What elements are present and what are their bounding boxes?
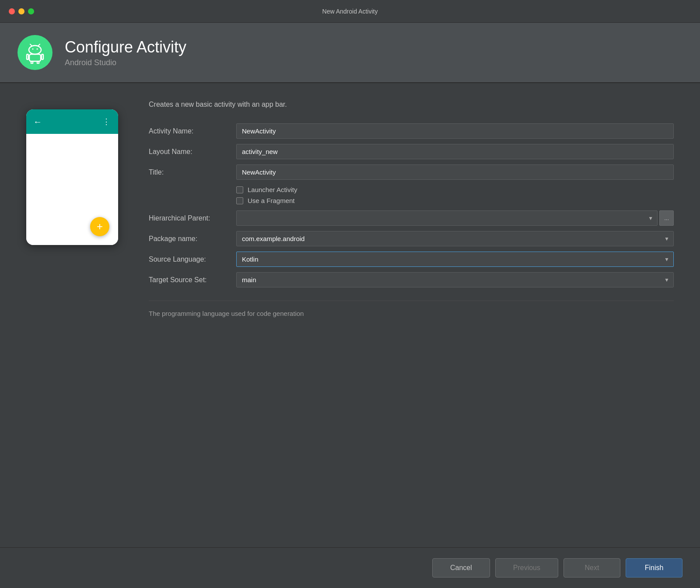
use-fragment-checkbox[interactable]: Use a Fragment bbox=[236, 197, 674, 204]
fragment-checkbox-box bbox=[236, 197, 243, 204]
checkbox-group: Launcher Activity Use a Fragment bbox=[236, 182, 674, 208]
phone-menu-icon: ⋮ bbox=[102, 117, 111, 126]
hierarchical-parent-cell: ▼ ... bbox=[236, 208, 674, 228]
phone-frame: ← ⋮ + bbox=[26, 109, 118, 245]
title-label: Title: bbox=[149, 164, 236, 181]
use-fragment-label: Use a Fragment bbox=[248, 197, 295, 204]
svg-point-2 bbox=[32, 49, 34, 50]
form-hint: The programming language used for code g… bbox=[149, 301, 674, 317]
launcher-checkbox-box bbox=[236, 186, 243, 193]
activity-name-input[interactable] bbox=[236, 123, 674, 139]
svg-point-3 bbox=[37, 49, 38, 50]
layout-name-cell bbox=[236, 141, 674, 162]
header: Configure Activity Android Studio bbox=[0, 23, 700, 83]
target-source-set-select-wrapper: main test androidTest ▼ bbox=[236, 272, 674, 287]
next-button[interactable]: Next bbox=[564, 558, 620, 578]
form-area: Creates a new basic activity with an app… bbox=[149, 101, 674, 530]
phone-back-icon: ← bbox=[33, 117, 42, 127]
launcher-activity-label: Launcher Activity bbox=[248, 186, 297, 193]
title-bar: New Android Activity bbox=[0, 0, 700, 23]
source-language-select-wrapper: Java Kotlin ▼ bbox=[236, 252, 674, 267]
launcher-activity-checkbox[interactable]: Launcher Activity bbox=[236, 186, 674, 193]
close-button[interactable] bbox=[9, 8, 15, 14]
activity-name-label: Activity Name: bbox=[149, 123, 236, 140]
activity-name-cell bbox=[236, 121, 674, 141]
target-source-set-cell: main test androidTest ▼ bbox=[236, 270, 674, 290]
header-text: Configure Activity Android Studio bbox=[65, 38, 186, 67]
previous-button[interactable]: Previous bbox=[495, 558, 558, 578]
header-subtitle: Android Studio bbox=[65, 58, 186, 67]
target-source-set-label: Target Source Set: bbox=[149, 272, 236, 288]
cancel-button[interactable]: Cancel bbox=[432, 558, 490, 578]
package-name-select[interactable]: com.example.android bbox=[236, 231, 674, 246]
target-source-set-select[interactable]: main test androidTest bbox=[236, 272, 674, 287]
package-name-cell: com.example.android ▼ bbox=[236, 228, 674, 249]
main-content: ← ⋮ + Creates a new basic activity with … bbox=[0, 83, 700, 547]
finish-button[interactable]: Finish bbox=[626, 558, 682, 578]
minimize-button[interactable] bbox=[18, 8, 24, 14]
svg-rect-9 bbox=[31, 61, 33, 64]
window-title: New Android Activity bbox=[322, 8, 378, 15]
source-language-cell: Java Kotlin ▼ bbox=[236, 249, 674, 270]
footer: Cancel Previous Next Finish bbox=[0, 547, 700, 588]
window-controls[interactable] bbox=[9, 8, 34, 14]
phone-preview: ← ⋮ + bbox=[26, 101, 122, 530]
maximize-button[interactable] bbox=[28, 8, 34, 14]
phone-body: + bbox=[26, 134, 118, 245]
svg-rect-10 bbox=[37, 61, 39, 64]
hierarchical-parent-browse-button[interactable]: ... bbox=[659, 210, 674, 226]
source-language-label: Source Language: bbox=[149, 251, 236, 268]
hierarchical-parent-select-wrapper: ▼ bbox=[236, 210, 658, 226]
title-input[interactable] bbox=[236, 164, 674, 180]
layout-name-input[interactable] bbox=[236, 144, 674, 159]
form-grid: Activity Name: Layout Name: Title: Launc… bbox=[149, 121, 674, 290]
package-name-select-wrapper: com.example.android ▼ bbox=[236, 231, 674, 246]
form-description: Creates a new basic activity with an app… bbox=[149, 101, 674, 108]
phone-toolbar: ← ⋮ bbox=[26, 109, 118, 134]
layout-name-label: Layout Name: bbox=[149, 144, 236, 160]
android-logo-icon bbox=[24, 41, 46, 64]
hierarchical-parent-select[interactable] bbox=[236, 210, 658, 226]
source-language-select[interactable]: Java Kotlin bbox=[236, 252, 674, 267]
title-cell bbox=[236, 162, 674, 182]
header-title: Configure Activity bbox=[65, 38, 186, 56]
package-name-label: Package name: bbox=[149, 231, 236, 247]
android-studio-logo bbox=[18, 35, 52, 70]
phone-fab: + bbox=[90, 217, 109, 236]
hierarchical-parent-group: ▼ ... bbox=[236, 210, 674, 226]
hierarchical-parent-label: Hierarchical Parent: bbox=[149, 210, 236, 227]
